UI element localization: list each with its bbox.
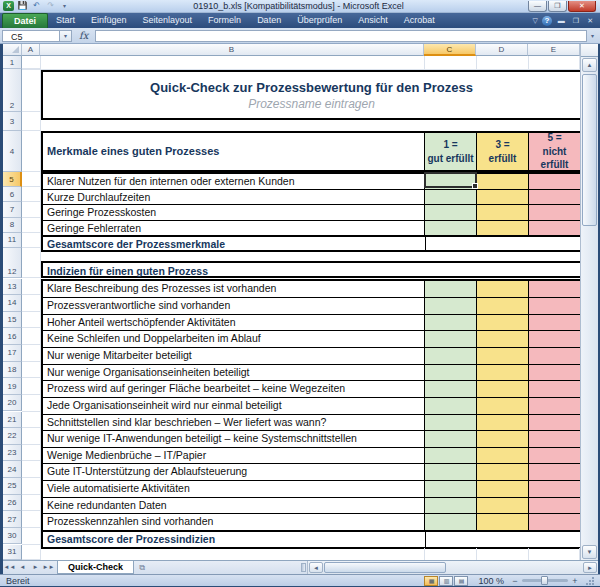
rating-header-medium[interactable]: 3 =erfüllt (476, 133, 528, 170)
name-box-dropdown-icon[interactable]: ▾ (60, 30, 72, 42)
table1-item-label[interactable]: Kurze Durchlaufzeiten (43, 190, 424, 204)
redo-icon[interactable]: ↷ (45, 1, 56, 11)
table1-cell-good[interactable] (424, 205, 476, 219)
ribbon-tab-acrobat[interactable]: Acrobat (396, 13, 443, 28)
table2-item-label[interactable]: Prozessverantwortliche sind vorhanden (43, 298, 424, 314)
row-header-6[interactable]: 6 (3, 187, 22, 202)
table1-footer-label[interactable]: Gesamtscore der Prozessmerkmale (43, 237, 425, 250)
zoom-out-icon[interactable]: − (510, 576, 520, 586)
name-box[interactable]: C5 (2, 30, 60, 42)
excel-logo-icon[interactable]: X (3, 1, 14, 11)
table2-item-label[interactable]: Prozesskennzahlen sind vorhanden (43, 514, 424, 530)
table2-item-label[interactable]: Jede Organisationseinheit wird nur einma… (43, 398, 424, 414)
table2-item-label[interactable]: Nur wenige Mitarbeiter beteiligt (43, 348, 424, 364)
row-header-12[interactable]: 12 (3, 248, 22, 278)
row-header-7[interactable]: 7 (3, 202, 22, 217)
table2-item-label[interactable]: Wenige Medienbrüche – IT/Papier (43, 448, 424, 464)
horizontal-scrollbar[interactable]: ◄ ► (307, 561, 598, 574)
row-header-24[interactable]: 24 (3, 461, 22, 478)
row-header-18[interactable]: 18 (3, 362, 22, 379)
scroll-right-icon[interactable]: ► (583, 562, 597, 573)
page-layout-view-icon[interactable]: ▥ (439, 576, 453, 586)
table2-item-label[interactable]: Viele automatisierte Aktivitäten (43, 481, 424, 497)
table2-cell-bad[interactable] (528, 448, 580, 464)
insert-worksheet-icon[interactable]: ⧉ (134, 561, 150, 574)
row-header-11[interactable]: 11 (3, 233, 22, 248)
table1-header-cell[interactable]: Merkmale eines guten Prozesses (43, 133, 424, 170)
sheet-tab-quick-check[interactable]: Quick-Check (57, 561, 134, 574)
row-header-15[interactable]: 15 (3, 312, 22, 329)
table2-item-label[interactable]: Keine redundanten Daten (43, 498, 424, 514)
table2-cell-good[interactable] (424, 398, 476, 414)
table2-cell-good[interactable] (424, 415, 476, 431)
row-header-8[interactable]: 8 (3, 218, 22, 233)
row-header-21[interactable]: 21 (3, 412, 22, 429)
row-header-13[interactable]: 13 (3, 279, 22, 296)
table2-cell-bad[interactable] (528, 415, 580, 431)
row-header-17[interactable]: 17 (3, 345, 22, 362)
table2-cell-medium[interactable] (476, 415, 528, 431)
table1-item-label[interactable]: Geringe Fehlerraten (43, 221, 424, 235)
row-header-25[interactable]: 25 (3, 478, 22, 495)
row-header-5[interactable]: 5 (3, 172, 22, 187)
ribbon-tab-überprüfen[interactable]: Überprüfen (289, 13, 350, 28)
table2-cell-medium[interactable] (476, 448, 528, 464)
table1-item-label[interactable]: Klarer Nutzen für den internen oder exte… (43, 174, 424, 189)
ribbon-tab-datei[interactable]: Datei (2, 13, 48, 28)
scroll-left-icon[interactable]: ◄ (309, 562, 323, 573)
workbook-close-icon[interactable]: ✕ (585, 16, 595, 26)
table2-item-label[interactable]: Gute IT-Unterstützung der Ablaufsteuerun… (43, 464, 424, 480)
ribbon-tab-seitenlayout[interactable]: Seitenlayout (135, 13, 201, 28)
table2-cell-medium[interactable] (476, 431, 528, 447)
table1-cell-bad[interactable] (528, 205, 580, 219)
table2-item-label[interactable]: Hoher Anteil wertschöpfender Aktivitäten (43, 315, 424, 331)
row-header-1[interactable]: 1 (3, 56, 22, 69)
table2-cell-medium[interactable] (476, 464, 528, 480)
ribbon-tab-formeln[interactable]: Formeln (200, 13, 249, 28)
selected-cell-C5[interactable] (424, 172, 477, 188)
table2-cell-medium[interactable] (476, 514, 528, 530)
horizontal-scroll-thumb[interactable] (324, 562, 446, 573)
maximize-button[interactable]: ❐ (548, 1, 567, 12)
row-header-23[interactable]: 23 (3, 445, 22, 462)
row-header-2[interactable]: 2 (3, 69, 22, 112)
table2-cell-bad[interactable] (528, 481, 580, 497)
expand-formula-bar-icon[interactable]: ▾ (587, 32, 598, 39)
table2-item-label[interactable]: Prozess wird auf geringer Fläche bearbei… (43, 381, 424, 397)
ribbon-tab-start[interactable]: Start (48, 13, 83, 28)
table2-cell-good[interactable] (424, 331, 476, 347)
table1-item-label[interactable]: Geringe Prozesskosten (43, 205, 424, 219)
table2-cell-bad[interactable] (528, 348, 580, 364)
column-header-A[interactable]: A (22, 44, 40, 56)
table2-cell-medium[interactable] (476, 398, 528, 414)
rating-header-bad[interactable]: 5 =nicht erfüllt (528, 133, 580, 170)
row-header-22[interactable]: 22 (3, 428, 22, 445)
table2-cell-good[interactable] (424, 365, 476, 381)
last-sheet-icon[interactable]: ►► (42, 561, 55, 574)
table2-cell-medium[interactable] (476, 498, 528, 514)
table2-cell-good[interactable] (424, 514, 476, 530)
ribbon-tab-ansicht[interactable]: Ansicht (350, 13, 396, 28)
table1-footer-score-cell[interactable] (425, 237, 580, 250)
table2-cell-bad[interactable] (528, 315, 580, 331)
zoom-slider-thumb[interactable] (541, 576, 548, 585)
table2-cell-bad[interactable] (528, 464, 580, 480)
table1-cell-good[interactable] (424, 190, 476, 204)
normal-view-icon[interactable]: ▦ (424, 576, 438, 586)
table2-cell-bad[interactable] (528, 431, 580, 447)
table2-cell-good[interactable] (424, 431, 476, 447)
table2-cell-bad[interactable] (528, 331, 580, 347)
table2-cell-good[interactable] (424, 298, 476, 314)
zoom-level[interactable]: 100 % (478, 576, 504, 586)
table1-cell-medium[interactable] (476, 221, 528, 235)
table1-cell-medium[interactable] (476, 190, 528, 204)
table2-cell-medium[interactable] (476, 365, 528, 381)
customize-qat-dropdown-icon[interactable]: ▾ (59, 1, 70, 11)
table2-cell-good[interactable] (424, 348, 476, 364)
table2-cell-bad[interactable] (528, 381, 580, 397)
column-header-E[interactable]: E (528, 44, 580, 56)
table2-item-label[interactable]: Klare Beschreibung des Prozesses ist vor… (43, 281, 424, 298)
workbook-minimize-icon[interactable]: ▬ (556, 16, 567, 26)
table1-cell-bad[interactable] (528, 221, 580, 235)
first-sheet-icon[interactable]: ◄◄ (3, 561, 16, 574)
